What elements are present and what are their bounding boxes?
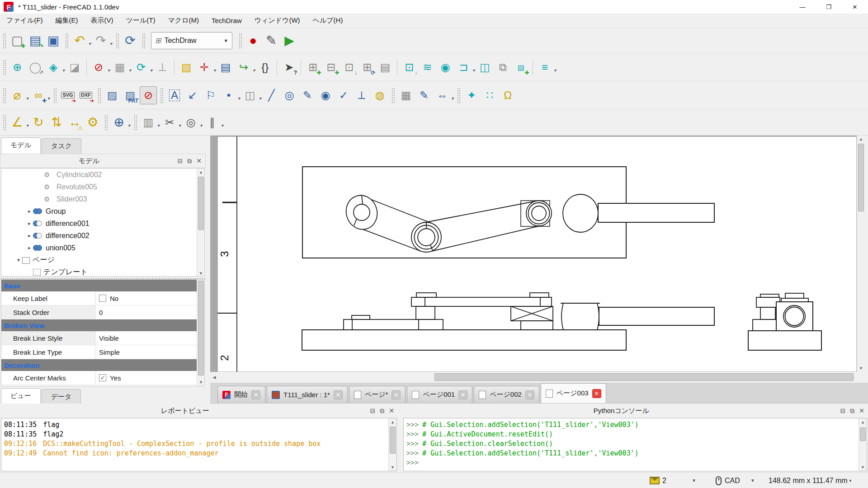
tab-タスク[interactable]: タスク [42,138,81,154]
document-tab-ページ001[interactable]: ページ001✕ [407,386,472,403]
chevron-down-icon[interactable]: ▾ [26,96,28,101]
drawing-viewport[interactable]: 3 2 [210,136,857,372]
expression-braces-icon[interactable]: {} [256,58,274,76]
placement-axis-icon[interactable]: ✛ [196,58,213,76]
chevron-down-icon[interactable]: ▾ [62,68,65,73]
property-row[interactable]: Break Line StyleVisible [1,331,204,345]
scrollbar-thumb[interactable] [198,177,204,230]
chevron-down-icon[interactable]: ▾ [128,123,130,128]
export-link-icon[interactable]: ↪ [235,58,252,76]
drawing-vertical-scrollbar[interactable]: ▲ ▼ [857,136,866,372]
part-blocks-icon[interactable]: ▧ [178,58,195,76]
section-plane-icon[interactable]: ◪ [66,58,83,76]
toolbar-drag-handle[interactable] [3,33,6,48]
property-row[interactable]: Break Line TypeSimple [1,345,204,359]
views-sync-icon[interactable]: ⊞⟳ [359,58,376,76]
scroll-up-icon[interactable]: ▲ [859,418,867,426]
tree-item-Cylindrical002[interactable]: Cylindrical002 [1,169,204,181]
document-tab-T111_slider : 1*[interactable]: T111_slider : 1*✕ [267,386,348,403]
toggle-frames-icon[interactable]: ⊘ [140,86,157,104]
tree-item-テンプレート[interactable]: テンプレート [1,266,204,277]
chevron-down-icon[interactable]: ▾ [259,96,261,101]
view-create-icon[interactable]: ⊞✚ [304,58,321,76]
surface-finish-icon[interactable]: ✓ [335,86,352,104]
document-tab-ページ003[interactable]: ページ003✕ [541,383,606,403]
scroll-up-icon[interactable]: ▲ [197,169,205,176]
techdraw-section-view-icon[interactable]: ⊐ [455,58,472,76]
centerline-icon[interactable]: ◫ [241,86,259,104]
tab-close-icon[interactable]: ✕ [525,390,534,399]
expand-arrow-icon[interactable]: ▸ [26,221,33,226]
export-svg-icon[interactable]: SVG➜ [59,86,76,104]
close-button[interactable]: ✕ [842,0,868,14]
sketch-edit-icon[interactable]: ✎ [415,86,433,104]
dimension-angle-icon[interactable]: ∠ [9,113,26,131]
tree-scrollbar[interactable]: ▲ ▼ [197,169,205,277]
property-row[interactable]: Arc Center Marks✓Yes [1,371,204,385]
property-value[interactable]: ✓Yes [95,371,204,385]
menu-item[interactable]: 編集(E) [49,14,85,28]
page-dimensions[interactable]: 148.62 mm x 111.47 mm ▾ [769,473,852,488]
tree-item-difference001[interactable]: ▸difference001 [1,217,204,230]
refresh-icon[interactable]: ⟳ [122,32,139,50]
cosmetic-vertex-icon[interactable]: • [220,86,237,104]
lock-unlock-view-icon[interactable]: ✦ [463,86,480,104]
techdraw-clip-group-icon[interactable]: ◫ [476,58,493,76]
dimension-diameter-icon[interactable]: ⌀ [9,86,26,104]
expand-arrow-icon[interactable]: ▸ [26,245,33,251]
move-view-icon[interactable]: ⇔ [434,86,451,104]
cosmetic-edit-icon[interactable]: ✎ [299,86,316,104]
visible-edges-icon[interactable]: ◉ [317,86,334,104]
navigation-dropdown[interactable]: ▼ [750,473,755,488]
techdraw-draft-view-icon[interactable]: ⧉ [494,58,511,76]
tab-close-icon[interactable]: ✕ [334,390,343,399]
techdraw-line-attributes-icon[interactable]: ≡ [536,58,553,76]
chevron-down-icon[interactable]: ▾ [150,68,152,73]
hatch-pattern-icon[interactable]: ▨PAT [122,86,139,104]
parallel-lines-icon[interactable]: ∥ [203,113,221,131]
open-document-icon[interactable]: ▤↷ [27,32,44,50]
navigation-off-icon[interactable]: ⊘ [90,58,107,76]
chevron-down-icon[interactable]: ▾ [200,123,202,128]
isometric-view-icon[interactable]: ◈ [45,58,62,76]
property-editor[interactable]: BaseKeep LabelNoStack Order0Broken ViewB… [1,279,205,386]
property-scrollbar[interactable]: ▼ [197,280,205,386]
tree-item-difference002[interactable]: ▸difference002 [1,230,204,242]
scroll-left-icon[interactable]: ◀ [210,375,218,380]
leader-line-icon[interactable]: ↙ [184,86,201,104]
techdraw-projection-group-icon[interactable]: ≋ [419,58,436,76]
tab-close-icon[interactable]: ✕ [592,389,601,398]
macro-edit-icon[interactable]: ✎ [263,32,280,50]
chevron-down-icon[interactable]: ▾ [110,41,112,46]
dimension-radius-icon[interactable]: ↻ [30,113,47,131]
weld-symbol-icon[interactable]: ⟂ [353,86,370,104]
chevron-down-icon[interactable]: ▾ [47,96,50,101]
cosmetic-line-icon[interactable]: ╱ [263,86,280,104]
scroll-up-icon[interactable]: ▲ [389,418,396,426]
dimension-tools-icon[interactable]: ⚙ [84,113,101,131]
drawing-horizontal-scrollbar[interactable]: ◀ ▶ [210,372,857,383]
chevron-down-icon[interactable]: ▾ [221,123,223,128]
scroll-down-icon[interactable]: ▼ [197,270,205,277]
new-document-icon[interactable]: ▢✚ [9,32,26,50]
hatch-region-icon[interactable]: ▨ [104,86,121,104]
checkbox-icon[interactable]: ✓ [99,374,106,381]
float-icon[interactable]: ⧉ [380,407,384,415]
menu-item[interactable]: ウィンドウ(W) [248,14,307,28]
document-tab-ページ002[interactable]: ページ002✕ [474,386,539,403]
toolbar-drag-handle[interactable] [104,115,108,130]
toolbar-drag-handle[interactable] [53,88,57,103]
trim-tools-icon[interactable]: ✂ [161,113,178,131]
views-open-icon[interactable]: ⊟✚ [322,58,340,76]
toolbar-drag-handle[interactable] [392,88,395,103]
toolbar-drag-handle[interactable] [3,88,6,103]
menu-item[interactable]: ヘルプ(H) [307,14,349,28]
toolbar-drag-handle[interactable] [3,115,6,130]
dimension-repair-icon[interactable]: ↔⚠ [66,113,83,131]
document-tab-開始[interactable]: F開始✕ [217,386,265,403]
chevron-down-icon[interactable]: ▾ [213,68,216,73]
checkbox-icon[interactable] [99,295,106,302]
expand-arrow-icon[interactable]: ▾ [15,257,22,263]
close-icon[interactable]: ✕ [859,407,864,415]
toolbar-drag-handle[interactable] [116,33,119,48]
